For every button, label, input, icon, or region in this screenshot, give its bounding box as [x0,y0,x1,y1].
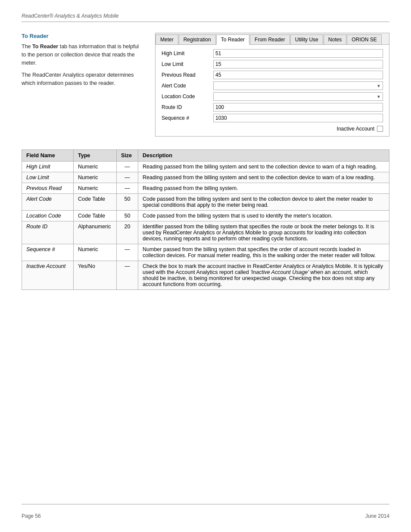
italic-quote: 'Inactive Account Usage' [250,269,309,275]
footer-page: Page 56 [22,513,41,519]
inactive-account-checkbox[interactable] [377,126,383,132]
col-header-size: Size [117,150,138,162]
type-cell: Numeric [74,183,117,194]
label-alert-code: Alert Code [162,83,213,89]
tab-strip: Meter Registration To Reader From Reader… [156,33,389,45]
col-header-type: Type [74,150,117,162]
table-row: Location Code Code Table 50 Code passed … [22,211,389,221]
col-header-field-name: Field Name [22,150,74,162]
field-row-route-id: Route ID [162,103,383,112]
field-name-cell: Sequence # [22,244,74,261]
label-high-limit: High Limit [162,50,213,56]
col-header-description: Description [138,150,389,162]
paragraph-1: The To Reader tab has information that i… [22,43,142,67]
size-cell: — [117,183,138,194]
page-footer: Page 56 June 2014 [22,504,389,519]
desc-cell: Reading passed from the billing system a… [138,172,389,183]
field-row-low-limit: Low Limit [162,60,383,68]
right-panel: Meter Registration To Reader From Reader… [155,33,389,137]
size-cell: 50 [117,194,138,211]
table-row: High Limit Numeric — Reading passed from… [22,162,389,172]
input-high-limit[interactable] [213,49,383,58]
desc-cell: Code passed from the billing system that… [138,211,389,221]
type-cell: Code Table [74,211,117,221]
field-name-cell: Previous Read [22,183,74,194]
size-cell: 50 [117,211,138,221]
tab-utility-use[interactable]: Utility Use [290,34,323,44]
section-body: The To Reader tab has information that i… [22,43,142,87]
header-title: ReadCenter® Analytics & Analytics Mobile [22,13,118,19]
desc-cell: Reading passed from the billing system. [138,183,389,194]
desc-cell: Code passed from the billing system and … [138,194,389,211]
size-cell: — [117,172,138,183]
left-panel: To Reader The To Reader tab has informat… [22,33,142,137]
page-header: ReadCenter® Analytics & Analytics Mobile [22,13,389,22]
input-sequence[interactable] [213,114,383,122]
para1-prefix: The [22,44,32,50]
table-row: Inactive Account Yes/No — Check the box … [22,261,389,290]
type-cell: Numeric [74,244,117,261]
field-row-alert-code: Alert Code ▼ [162,81,383,90]
size-cell: — [117,261,138,290]
input-low-limit[interactable] [213,60,383,68]
form-area: High Limit Low Limit Previous Read Alert… [156,45,389,136]
field-name-cell: Alert Code [22,194,74,211]
dropdown-alert-code[interactable]: ▼ [213,81,383,90]
label-location-code: Location Code [162,93,213,100]
inactive-account-row: Inactive Account [162,126,383,132]
tab-meter[interactable]: Meter [156,34,178,44]
label-route-id: Route ID [162,104,213,110]
field-row-location-code: Location Code ▼ [162,92,383,101]
tab-registration[interactable]: Registration [179,34,216,44]
type-cell: Yes/No [74,261,117,290]
field-name-cell: Route ID [22,221,74,244]
table-row: Alert Code Code Table 50 Code passed fro… [22,194,389,211]
table-row: Previous Read Numeric — Reading passed f… [22,183,389,194]
tab-notes[interactable]: Notes [324,34,346,44]
field-name-cell: Low Limit [22,172,74,183]
type-cell: Alphanumeric [74,221,117,244]
tab-to-reader[interactable]: To Reader [216,34,249,45]
field-name-cell: High Limit [22,162,74,172]
desc-cell: Reading passed from the billing system a… [138,162,389,172]
size-cell: — [117,244,138,261]
dropdown-location-code[interactable]: ▼ [213,92,383,101]
desc-cell: Number passed from the billing system th… [138,244,389,261]
dropdown-arrow-alert: ▼ [377,84,381,88]
section-title: To Reader [22,33,142,39]
paragraph-2: The ReadCenter Analytics operator determ… [22,71,142,87]
type-cell: Numeric [74,162,117,172]
dropdown-arrow-location: ▼ [377,94,381,99]
field-row-previous-read: Previous Read [162,71,383,79]
size-cell: — [117,162,138,172]
field-row-sequence: Sequence # [162,114,383,122]
field-row-high-limit: High Limit [162,49,383,58]
type-cell: Code Table [74,194,117,211]
field-name-cell: Inactive Account [22,261,74,290]
label-previous-read: Previous Read [162,72,213,78]
footer-date: June 2014 [365,513,389,519]
size-cell: 20 [117,221,138,244]
tab-from-reader[interactable]: From Reader [250,34,290,44]
desc-cell: Check the box to mark the account inacti… [138,261,389,290]
tab-orion-se[interactable]: ORION SE [347,34,382,44]
field-name-cell: Location Code [22,211,74,221]
page-container: ReadCenter® Analytics & Analytics Mobile… [0,0,411,532]
label-sequence: Sequence # [162,115,213,121]
inactive-account-label: Inactive Account [337,126,374,132]
type-cell: Numeric [74,172,117,183]
label-low-limit: Low Limit [162,61,213,67]
main-content: To Reader The To Reader tab has informat… [22,33,389,137]
table-row: Route ID Alphanumeric 20 Identifier pass… [22,221,389,244]
data-table: Field Name Type Size Description High Li… [22,149,389,290]
input-previous-read[interactable] [213,71,383,79]
table-row: Low Limit Numeric — Reading passed from … [22,172,389,183]
table-row: Sequence # Numeric — Number passed from … [22,244,389,261]
input-route-id[interactable] [213,103,383,112]
para1-bold: To Reader [32,44,58,50]
desc-cell: Identifier passed from the billing syste… [138,221,389,244]
